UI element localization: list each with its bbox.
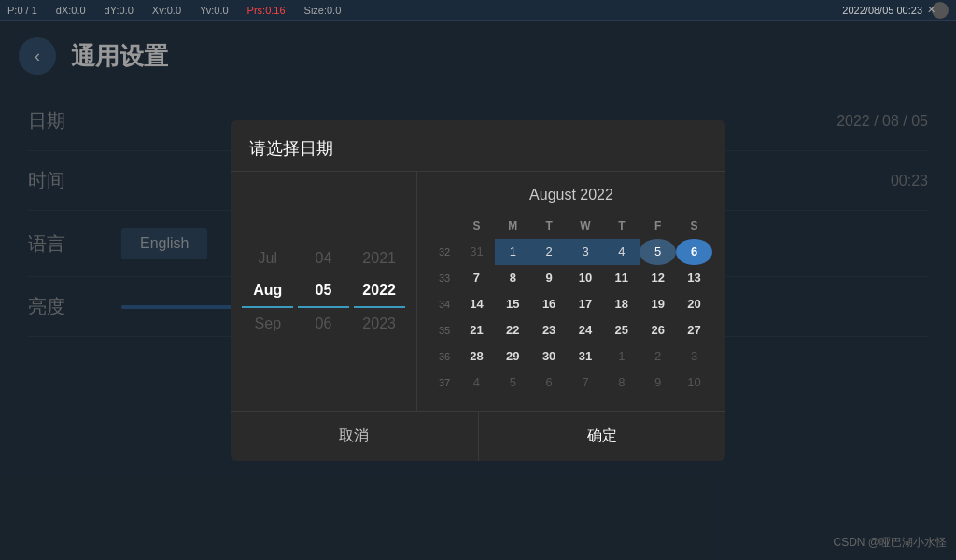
status-bar: P:0 / 1 dX:0.0 dY:0.0 Xv:0.0 Yv:0.0 Prs:… bbox=[0, 0, 956, 21]
cal-day-3-3[interactable]: 24 bbox=[568, 317, 604, 343]
day-header-w: W bbox=[568, 213, 604, 239]
day-header-s1: S bbox=[458, 213, 495, 239]
cal-day-4-2[interactable]: 30 bbox=[531, 343, 568, 370]
month-below: Sep bbox=[242, 308, 293, 340]
cal-day-4-6[interactable]: 3 bbox=[676, 343, 712, 370]
month-above: Jul bbox=[242, 243, 293, 274]
day-header-t2: T bbox=[603, 213, 640, 239]
day-header-t1: T bbox=[531, 213, 568, 239]
cal-day-1-3[interactable]: 10 bbox=[568, 265, 604, 291]
year-picker-col: 2021 2022 2023 bbox=[354, 243, 405, 340]
cal-day-2-2[interactable]: 16 bbox=[531, 291, 568, 317]
week-num-3: 35 bbox=[430, 317, 458, 343]
modal-overlay: 请选择日期 Jul Aug Sep 04 05 06 bbox=[0, 21, 956, 560]
year-below: 2023 bbox=[354, 308, 405, 340]
week-num-header bbox=[430, 213, 458, 239]
cal-day-1-0[interactable]: 7 bbox=[458, 265, 495, 291]
cal-day-5-4[interactable]: 8 bbox=[603, 370, 640, 396]
day-below: 06 bbox=[298, 308, 349, 340]
cal-day-3-4[interactable]: 25 bbox=[603, 317, 640, 343]
main-area: ‹ 通用设置 日期 2022 / 08 / 05 时间 00:23 语言 Eng… bbox=[0, 21, 956, 560]
cal-day-3-6[interactable]: 27 bbox=[676, 317, 712, 343]
cal-day-1-1[interactable]: 8 bbox=[495, 265, 531, 291]
status-datetime: 2022/08/05 00:23 bbox=[842, 5, 922, 16]
confirm-button[interactable]: 确定 bbox=[478, 412, 726, 461]
cal-day-2-0[interactable]: 14 bbox=[458, 291, 495, 317]
cal-day-3-1[interactable]: 22 bbox=[495, 317, 531, 343]
date-picker-modal: 请选择日期 Jul Aug Sep 04 05 06 bbox=[231, 120, 725, 461]
calendar-week-4: 3628293031123 bbox=[430, 343, 712, 370]
calendar-week-1: 3378910111213 bbox=[430, 265, 712, 291]
cal-day-2-5[interactable]: 19 bbox=[640, 291, 676, 317]
cal-day-0-0[interactable]: 31 bbox=[458, 239, 495, 265]
month-picker-col: Jul Aug Sep bbox=[242, 243, 293, 340]
status-prs: Prs:0.16 bbox=[247, 5, 286, 16]
month-selected: Aug bbox=[242, 274, 293, 308]
calendar-panel: August 2022 S M T W T F S 32311234563378… bbox=[417, 172, 725, 411]
modal-title: 请选择日期 bbox=[231, 120, 725, 172]
calendar-week-5: 3745678910 bbox=[430, 370, 712, 396]
cal-day-3-5[interactable]: 26 bbox=[640, 317, 676, 343]
status-dy: dY:0.0 bbox=[105, 5, 134, 16]
week-num-2: 34 bbox=[430, 291, 458, 317]
modal-body: Jul Aug Sep 04 05 06 2021 2022 2023 bbox=[231, 172, 725, 411]
cal-day-0-6[interactable]: 6 bbox=[676, 239, 712, 265]
cal-day-0-5[interactable]: 5 bbox=[640, 239, 676, 265]
cal-day-2-3[interactable]: 17 bbox=[568, 291, 604, 317]
cal-day-5-2[interactable]: 6 bbox=[531, 370, 568, 396]
cal-day-1-2[interactable]: 9 bbox=[531, 265, 568, 291]
cal-day-4-0[interactable]: 28 bbox=[458, 343, 495, 370]
week-num-1: 33 bbox=[430, 265, 458, 291]
day-header-f: F bbox=[640, 213, 676, 239]
year-above: 2021 bbox=[354, 243, 405, 274]
scroll-picker[interactable]: Jul Aug Sep 04 05 06 2021 2022 2023 bbox=[231, 172, 417, 411]
calendar-grid: S M T W T F S bbox=[430, 213, 712, 239]
cal-day-4-3[interactable]: 31 bbox=[568, 343, 604, 370]
day-above: 04 bbox=[298, 243, 349, 274]
cal-day-5-6[interactable]: 10 bbox=[676, 370, 712, 396]
cal-day-5-1[interactable]: 5 bbox=[495, 370, 531, 396]
calendar-month-header: August 2022 bbox=[430, 187, 712, 203]
day-header-s2: S bbox=[676, 213, 712, 239]
calendar-week-2: 3414151617181920 bbox=[430, 291, 712, 317]
cal-day-0-4[interactable]: 4 bbox=[603, 239, 640, 265]
cal-day-4-5[interactable]: 2 bbox=[640, 343, 676, 370]
cal-day-5-0[interactable]: 4 bbox=[458, 370, 495, 396]
calendar-weeks: 3231123456337891011121334141516171819203… bbox=[430, 239, 712, 396]
cal-day-0-3[interactable]: 3 bbox=[568, 239, 604, 265]
status-yv: Yv:0.0 bbox=[200, 5, 229, 16]
calendar-week-3: 3521222324252627 bbox=[430, 317, 712, 343]
cal-day-2-6[interactable]: 20 bbox=[676, 291, 712, 317]
status-xv: Xv:0.0 bbox=[152, 5, 181, 16]
cancel-button[interactable]: 取消 bbox=[231, 412, 478, 461]
week-num-5: 37 bbox=[430, 370, 458, 396]
day-picker-col: 04 05 06 bbox=[298, 243, 349, 340]
status-size: Size:0.0 bbox=[304, 5, 342, 16]
week-num-0: 32 bbox=[430, 239, 458, 265]
status-p: P:0 / 1 bbox=[7, 5, 37, 16]
picker-row-top: Jul Aug Sep 04 05 06 2021 2022 2023 bbox=[240, 243, 407, 340]
cal-day-1-4[interactable]: 11 bbox=[603, 265, 640, 291]
cal-day-4-1[interactable]: 29 bbox=[495, 343, 531, 370]
cal-day-1-6[interactable]: 13 bbox=[676, 265, 712, 291]
cal-day-2-4[interactable]: 18 bbox=[603, 291, 640, 317]
cal-day-0-1[interactable]: 1 bbox=[495, 239, 531, 265]
week-num-4: 36 bbox=[430, 343, 458, 370]
year-selected: 2022 bbox=[354, 274, 405, 308]
cal-day-1-5[interactable]: 12 bbox=[640, 265, 676, 291]
cal-day-4-4[interactable]: 1 bbox=[603, 343, 640, 370]
cal-day-0-2[interactable]: 2 bbox=[531, 239, 568, 265]
day-header-m: M bbox=[495, 213, 531, 239]
close-button[interactable]: ✕ bbox=[932, 2, 949, 19]
modal-footer: 取消 确定 bbox=[231, 411, 725, 461]
cal-day-2-1[interactable]: 15 bbox=[495, 291, 531, 317]
cal-day-5-5[interactable]: 9 bbox=[640, 370, 676, 396]
calendar-week-0: 3231123456 bbox=[430, 239, 712, 265]
day-selected: 05 bbox=[298, 274, 349, 308]
cal-day-3-0[interactable]: 21 bbox=[458, 317, 495, 343]
status-dx: dX:0.0 bbox=[56, 5, 86, 16]
cal-day-3-2[interactable]: 23 bbox=[531, 317, 568, 343]
cal-day-5-3[interactable]: 7 bbox=[568, 370, 604, 396]
